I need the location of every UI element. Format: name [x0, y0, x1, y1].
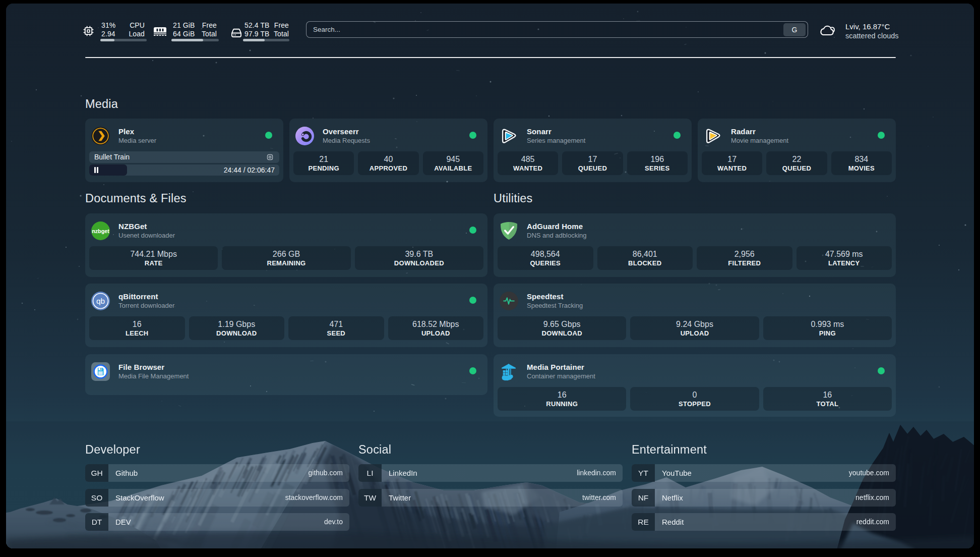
svg-text:qb: qb [96, 297, 105, 305]
svg-text:nzbget: nzbget [92, 228, 109, 234]
